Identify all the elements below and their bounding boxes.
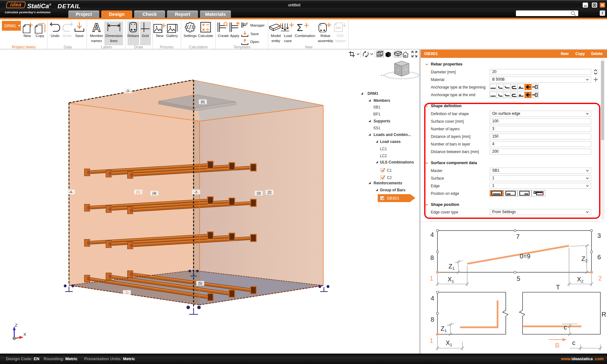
svg-text:4: 4 <box>430 295 434 302</box>
svg-text:[1]: [1] <box>136 190 140 194</box>
svg-text:A: A <box>92 22 101 33</box>
svg-text:[2]: [2] <box>268 190 271 194</box>
svg-text:-X: -X <box>405 69 407 71</box>
svg-text:Σ: Σ <box>297 23 303 32</box>
svg-text:c: c <box>572 339 575 346</box>
svg-text:5: 5 <box>517 275 520 282</box>
svg-text:6: 6 <box>597 254 601 261</box>
svg-text:DXF: DXF <box>336 26 342 29</box>
svg-text:0=9: 0=9 <box>520 253 530 260</box>
svg-text:-3-: -3- <box>126 89 130 93</box>
svg-text:X: X <box>23 332 26 337</box>
svg-text:8: 8 <box>430 316 434 323</box>
svg-text:-Y: -Y <box>397 69 399 71</box>
svg-text:7: 7 <box>516 233 519 240</box>
svg-text:T: T <box>556 283 560 291</box>
svg-text:B: B <box>555 342 560 349</box>
svg-text:R: R <box>601 311 606 318</box>
svg-text:-2-: -2- <box>194 190 198 194</box>
svg-text:[3]: [3] <box>257 191 261 195</box>
svg-text:1: 1 <box>430 337 433 344</box>
svg-text:c: c <box>564 324 567 331</box>
svg-text:-1-: -1- <box>125 291 129 294</box>
svg-text:[5]: [5] <box>198 281 202 285</box>
svg-text:2: 2 <box>598 275 602 282</box>
svg-text:1: 1 <box>430 275 433 282</box>
svg-text:3: 3 <box>597 232 601 239</box>
svg-text:[4]: [4] <box>152 191 156 195</box>
svg-text:Z1: Z1 <box>441 325 447 333</box>
svg-text:X1: X1 <box>446 339 452 347</box>
svg-text:Z1: Z1 <box>449 263 455 271</box>
svg-text:X1: X1 <box>448 276 454 284</box>
svg-text:4: 4 <box>430 231 434 238</box>
svg-text:[6]: [6] <box>201 100 205 104</box>
svg-text:Z: Z <box>15 323 17 328</box>
svg-text:-4-: -4- <box>69 190 73 194</box>
svg-text:X2: X2 <box>577 276 584 284</box>
svg-text:8: 8 <box>430 254 434 261</box>
